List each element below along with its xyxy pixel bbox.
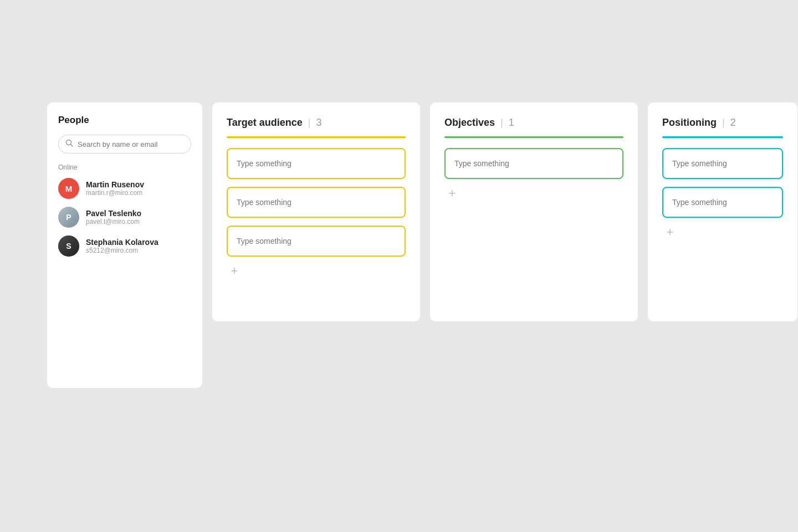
card-title: Positioning (662, 117, 717, 129)
avatar: M (58, 178, 79, 199)
user-email: pavel.t@miro.com (86, 218, 141, 226)
card-count: 3 (316, 117, 321, 129)
search-input[interactable] (78, 140, 184, 149)
card-title: Target audience (227, 117, 303, 129)
input-fields (227, 148, 406, 257)
text-field[interactable] (227, 148, 406, 179)
text-field[interactable] (444, 148, 623, 179)
input-fields (444, 148, 623, 179)
text-field[interactable] (227, 226, 406, 257)
card-divider: | (500, 117, 503, 129)
card-divider: | (722, 117, 725, 129)
user-email: martin.r@miro.com (86, 189, 144, 197)
people-title: People (58, 115, 191, 126)
svg-line-1 (71, 145, 73, 147)
user-name: Pavel Teslenko (86, 209, 141, 218)
add-button[interactable]: + (662, 224, 678, 240)
main-canvas: People Online M Martin Rusenov martin.r@… (0, 0, 798, 532)
card-header: Objectives | 1 (444, 117, 623, 129)
card-line (662, 136, 783, 138)
avatar: S (58, 236, 79, 257)
user-info: Pavel Teslenko pavel.t@miro.com (86, 209, 141, 226)
text-field[interactable] (227, 187, 406, 218)
positioning-card: Positioning | 2 + (648, 103, 797, 321)
card-line (444, 136, 623, 138)
user-email: s5212@miro.com (86, 247, 158, 254)
people-panel: People Online M Martin Rusenov martin.r@… (47, 103, 202, 388)
card-line (227, 136, 406, 138)
text-field[interactable] (662, 187, 783, 218)
list-item: P Pavel Teslenko pavel.t@miro.com (58, 207, 191, 228)
search-box[interactable] (58, 135, 191, 154)
add-button[interactable]: + (444, 186, 460, 201)
list-item: M Martin Rusenov martin.r@miro.com (58, 178, 191, 199)
add-button[interactable]: + (227, 263, 242, 279)
avatar: P (58, 207, 79, 228)
card-count: 1 (509, 117, 514, 129)
user-info: Martin Rusenov martin.r@miro.com (86, 180, 144, 197)
card-divider: | (308, 117, 311, 129)
user-name: Martin Rusenov (86, 180, 144, 189)
card-header: Target audience | 3 (227, 117, 406, 129)
user-list: M Martin Rusenov martin.r@miro.com P Pav… (58, 178, 191, 257)
card-count: 2 (730, 117, 736, 129)
list-item: S Stephania Kolarova s5212@miro.com (58, 236, 191, 257)
text-field[interactable] (662, 148, 783, 179)
input-fields (662, 148, 783, 218)
online-label: Online (58, 163, 191, 171)
target-audience-card: Target audience | 3 + (212, 103, 420, 321)
card-title: Objectives (444, 117, 495, 129)
card-header: Positioning | 2 (662, 117, 783, 129)
objectives-card: Objectives | 1 + (430, 103, 638, 321)
user-name: Stephania Kolarova (86, 238, 158, 247)
user-info: Stephania Kolarova s5212@miro.com (86, 238, 158, 254)
search-icon (65, 139, 73, 149)
